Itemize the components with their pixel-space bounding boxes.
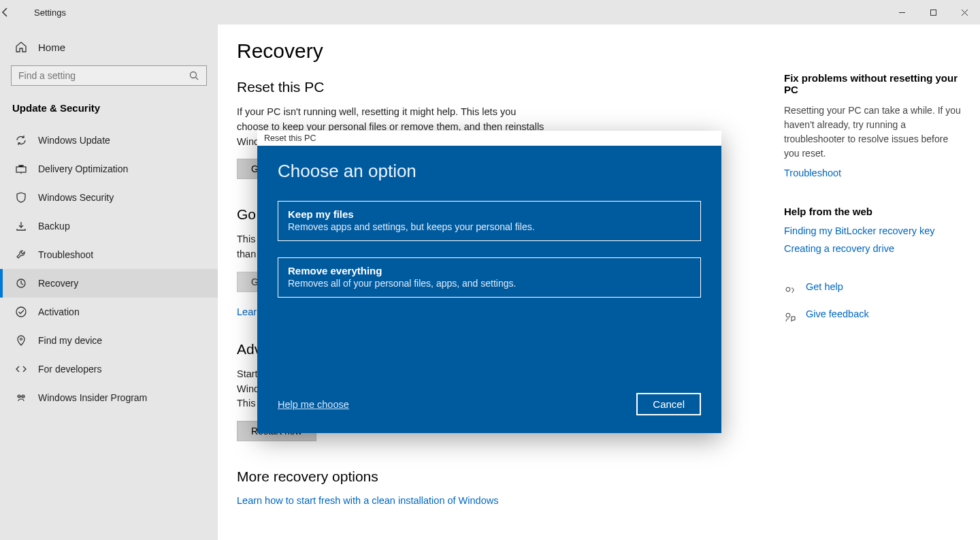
reset-pc-dialog: Reset this PC Choose an option Keep my f… [257, 131, 721, 433]
title-bar: Settings [0, 0, 980, 25]
svg-point-11 [786, 313, 790, 317]
shield-icon [15, 191, 27, 204]
aside-panel: Fix problems without resetting your PC R… [784, 39, 961, 525]
sidebar-item-for-developers[interactable]: For developers [0, 355, 218, 383]
option-desc: Removes all of your personal files, apps… [288, 278, 691, 289]
option-title: Remove everything [288, 265, 691, 276]
sidebar-item-backup[interactable]: Backup [0, 212, 218, 240]
sidebar-item-label: Backup [38, 221, 70, 232]
home-icon [15, 41, 27, 53]
svg-point-10 [786, 287, 790, 291]
sidebar-item-label: Windows Update [38, 135, 110, 146]
aside-help-link-recovery-drive[interactable]: Creating a recovery drive [784, 243, 961, 254]
delivery-icon [15, 163, 27, 175]
sidebar-item-label: For developers [38, 364, 101, 375]
aside-troubleshoot-link[interactable]: Troubleshoot [784, 168, 961, 178]
developers-icon [15, 363, 27, 375]
sidebar-item-label: Activation [38, 306, 80, 317]
sidebar-item-label: Windows Insider Program [38, 392, 147, 403]
more-heading: More recovery options [237, 468, 757, 485]
svg-point-6 [16, 307, 26, 317]
sidebar-item-label: Troubleshoot [38, 249, 93, 260]
reset-heading: Reset this PC [237, 79, 757, 95]
aside-fix-heading: Fix problems without resetting your PC [784, 72, 961, 95]
minimize-button[interactable] [886, 0, 917, 25]
recovery-icon [15, 277, 27, 289]
sidebar-item-windows-insider[interactable]: Windows Insider Program [0, 383, 218, 412]
aside-help-heading: Help from the web [784, 206, 961, 217]
cancel-button[interactable]: Cancel [636, 393, 701, 415]
check-icon [15, 306, 27, 318]
dialog-title-strip: Reset this PC [257, 131, 721, 146]
give-feedback-link[interactable]: Give feedback [806, 308, 869, 319]
option-title: Keep my files [288, 208, 691, 220]
sidebar-item-label: Recovery [38, 278, 78, 289]
option-remove-everything[interactable]: Remove everything Removes all of your pe… [278, 257, 701, 298]
help-me-choose-link[interactable]: Help me choose [278, 399, 349, 410]
sidebar-item-windows-update[interactable]: Windows Update [0, 126, 218, 155]
sidebar-item-windows-security[interactable]: Windows Security [0, 183, 218, 212]
more-link[interactable]: Learn how to start fresh with a clean in… [237, 495, 498, 506]
svg-rect-1 [930, 10, 936, 15]
sidebar-item-label: Windows Security [38, 192, 114, 203]
dialog-heading: Choose an option [278, 161, 701, 182]
aside-help-link-bitlocker[interactable]: Finding my BitLocker recovery key [784, 225, 961, 236]
close-button[interactable] [949, 0, 980, 25]
search-icon [189, 70, 199, 81]
sidebar-item-delivery-optimization[interactable]: Delivery Optimization [0, 155, 218, 183]
wrench-icon [15, 249, 27, 261]
sync-icon [15, 134, 27, 146]
svg-rect-4 [16, 167, 26, 172]
svg-point-2 [191, 72, 197, 78]
sidebar-home-label: Home [38, 42, 65, 53]
location-icon [15, 334, 27, 347]
option-desc: Removes apps and settings, but keeps you… [288, 221, 691, 232]
app-title: Settings [34, 7, 66, 18]
insider-icon [15, 392, 27, 404]
aside-fix-desc: Resetting your PC can take a while. If y… [784, 104, 961, 161]
page-title: Recovery [237, 39, 757, 63]
sidebar-item-activation[interactable]: Activation [0, 298, 218, 326]
sidebar-item-troubleshoot[interactable]: Troubleshoot [0, 240, 218, 269]
sidebar-item-label: Find my device [38, 335, 102, 346]
sidebar-item-label: Delivery Optimization [38, 163, 128, 174]
sidebar: Home Update & Security Windows Update De… [0, 25, 218, 540]
get-help-icon [784, 284, 796, 296]
sidebar-item-find-my-device[interactable]: Find my device [0, 326, 218, 355]
svg-point-7 [20, 338, 22, 340]
backup-icon [15, 220, 27, 232]
sidebar-section-label: Update & Security [0, 102, 218, 126]
sidebar-item-recovery[interactable]: Recovery [0, 269, 218, 298]
back-button[interactable] [0, 7, 34, 18]
svg-line-3 [196, 78, 199, 80]
search-input[interactable] [18, 70, 189, 81]
search-box[interactable] [11, 65, 207, 86]
get-help-link[interactable]: Get help [806, 281, 843, 292]
option-keep-my-files[interactable]: Keep my files Removes apps and settings,… [278, 201, 701, 241]
maximize-button[interactable] [917, 0, 949, 25]
sidebar-home[interactable]: Home [0, 35, 218, 65]
feedback-icon [784, 311, 796, 323]
